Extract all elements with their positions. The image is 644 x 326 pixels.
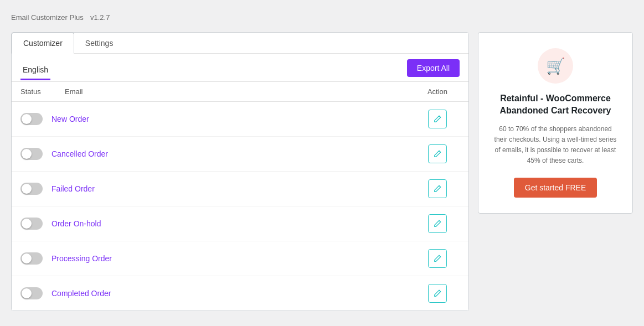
edit-button-new-order[interactable] [428, 110, 447, 128]
promo-title: Retainful - WooCommerce Abandoned Cart R… [492, 92, 619, 117]
table-row: Completed Order [12, 276, 468, 311]
edit-button-processing-order[interactable] [428, 249, 447, 268]
toggle-cancelled-order[interactable] [20, 148, 43, 160]
header-action: Action [415, 87, 460, 96]
promo-description: 60 to 70% of the shoppers abandoned thei… [492, 124, 619, 167]
header-status: Status [20, 87, 65, 96]
action-col-cancelled-order [415, 144, 460, 163]
table-row: Failed Order [12, 172, 468, 206]
top-tabs: Customizer Settings [12, 33, 468, 54]
email-name-failed-order[interactable]: Failed Order [43, 184, 415, 193]
table-row: Order On-hold [12, 206, 468, 241]
table-header: Status Email Action [12, 82, 468, 102]
toggle-failed-order[interactable] [20, 183, 43, 195]
promo-icon: 🛒 [538, 48, 573, 84]
get-started-button[interactable]: Get started FREE [514, 178, 597, 198]
email-name-order-on-hold[interactable]: Order On-hold [43, 219, 415, 228]
email-name-processing-order[interactable]: Processing Order [43, 254, 415, 263]
main-layout: Customizer Settings English Export All S… [11, 32, 633, 311]
app-title: Email Customizer Plus [11, 13, 84, 22]
tab-customizer[interactable]: Customizer [12, 33, 74, 54]
tab-settings[interactable]: Settings [74, 33, 125, 53]
table-row: Processing Order [12, 241, 468, 276]
action-col-failed-order [415, 179, 460, 198]
panel-content: English Export All Status Email Action N… [12, 54, 468, 311]
email-name-cancelled-order[interactable]: Cancelled Order [43, 149, 415, 158]
edit-button-order-on-hold[interactable] [428, 214, 447, 233]
action-col-processing-order [415, 249, 460, 268]
table-row: New Order [12, 102, 468, 137]
toggle-new-order[interactable] [20, 113, 43, 125]
right-panel: 🛒 Retainful - WooCommerce Abandoned Cart… [478, 32, 633, 214]
email-name-completed-order[interactable]: Completed Order [43, 289, 415, 298]
action-col-order-on-hold [415, 214, 460, 233]
email-rows-container: New Order Cancelled Order Failed Order O… [12, 102, 468, 311]
action-col-new-order [415, 110, 460, 128]
export-all-button[interactable]: Export All [407, 59, 460, 77]
cart-icon: 🛒 [546, 57, 565, 75]
table-row: Cancelled Order [12, 137, 468, 172]
page-wrapper: Email Customizer Plus v1.2.7 Customizer … [0, 0, 644, 326]
edit-button-failed-order[interactable] [428, 179, 447, 198]
edit-button-completed-order[interactable] [428, 284, 447, 303]
app-version: v1.2.7 [90, 13, 110, 22]
email-name-new-order[interactable]: New Order [43, 115, 415, 123]
language-tab-english[interactable]: English [20, 61, 50, 80]
toggle-processing-order[interactable] [20, 252, 43, 265]
page-title: Email Customizer Plus v1.2.7 [11, 9, 633, 23]
action-col-completed-order [415, 284, 460, 303]
edit-button-cancelled-order[interactable] [428, 144, 447, 163]
left-panel: Customizer Settings English Export All S… [11, 32, 469, 311]
language-tab-bar: English Export All [12, 54, 468, 82]
toggle-completed-order[interactable] [20, 287, 43, 299]
toggle-order-on-hold[interactable] [20, 218, 43, 230]
header-email: Email [65, 87, 415, 96]
